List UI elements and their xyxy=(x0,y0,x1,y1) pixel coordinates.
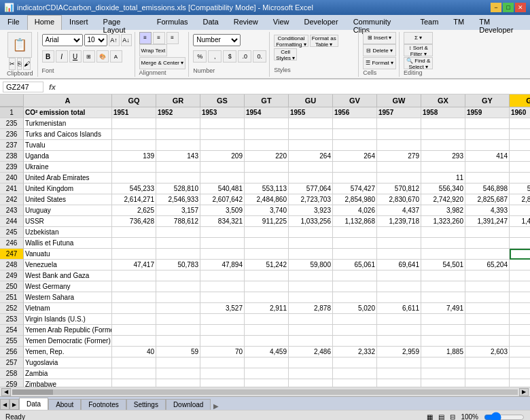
data-cell[interactable]: 1,448,506 xyxy=(510,216,530,227)
data-cell[interactable]: Venezuela xyxy=(24,260,112,270)
data-cell[interactable] xyxy=(421,270,465,281)
data-cell[interactable] xyxy=(333,129,377,140)
tab-review[interactable]: Review xyxy=(226,15,266,30)
col-header-gq[interactable]: GQ xyxy=(112,94,156,107)
data-cell[interactable] xyxy=(465,270,510,281)
data-cell[interactable] xyxy=(333,314,377,325)
data-cell[interactable] xyxy=(377,129,421,140)
tab-insert[interactable]: Insert xyxy=(62,15,96,30)
data-cell[interactable] xyxy=(289,292,333,303)
formula-input[interactable] xyxy=(61,83,527,91)
data-cell[interactable]: 574,427 xyxy=(333,183,377,194)
data-cell[interactable]: 264 xyxy=(333,151,377,162)
data-cell[interactable] xyxy=(245,129,289,140)
data-cell[interactable] xyxy=(510,325,530,336)
data-cell[interactable]: West Bank and Gaza xyxy=(24,270,112,281)
data-cell[interactable] xyxy=(377,270,421,281)
data-cell[interactable] xyxy=(112,281,156,292)
data-cell[interactable] xyxy=(245,379,289,387)
data-cell[interactable]: 3,923 xyxy=(289,205,333,216)
decrease-decimal-button[interactable]: 0. xyxy=(253,50,266,63)
close-button[interactable]: ✕ xyxy=(515,3,526,12)
data-cell[interactable] xyxy=(112,140,156,151)
data-cell[interactable] xyxy=(289,249,333,260)
border-button[interactable]: ⊞ xyxy=(83,50,95,63)
data-cell[interactable]: 2,332 xyxy=(333,347,377,357)
data-cell[interactable] xyxy=(510,227,530,238)
data-cell[interactable]: 2,878 xyxy=(289,303,333,314)
currency-button[interactable]: $ xyxy=(223,50,236,63)
data-cell[interactable]: 736,428 xyxy=(112,216,156,227)
increase-decimal-button[interactable]: .0 xyxy=(238,50,251,63)
data-cell[interactable]: 1,239,718 xyxy=(377,216,421,227)
delete-button[interactable]: ⊟ Delete ▾ xyxy=(363,44,396,56)
data-cell[interactable]: 264 xyxy=(289,151,333,162)
tab-page-layout[interactable]: Page Layout xyxy=(96,15,149,30)
row-number[interactable]: 241 xyxy=(0,183,24,194)
data-cell[interactable] xyxy=(465,357,510,368)
data-cell[interactable]: 3,157 xyxy=(156,205,200,216)
row-number[interactable]: 243 xyxy=(0,205,24,216)
data-cell[interactable] xyxy=(333,227,377,238)
data-cell[interactable] xyxy=(421,118,465,129)
font-size-select[interactable]: 10 xyxy=(84,34,107,46)
data-cell[interactable]: 577,064 xyxy=(289,183,333,194)
data-cell[interactable] xyxy=(245,368,289,379)
data-cell[interactable]: 2,854,980 xyxy=(333,194,377,205)
data-cell[interactable] xyxy=(333,140,377,151)
sheet-tab-footnotes[interactable]: Footnotes xyxy=(81,399,126,410)
data-cell[interactable] xyxy=(200,118,245,129)
col-header-gt[interactable]: GT xyxy=(245,94,289,107)
row-number[interactable]: 238 xyxy=(0,151,24,162)
data-cell[interactable] xyxy=(112,238,156,249)
data-cell[interactable] xyxy=(289,118,333,129)
data-cell[interactable]: Western Sahara xyxy=(24,292,112,303)
col-header-gr[interactable]: GR xyxy=(156,94,200,107)
col-header-gz[interactable]: GZ xyxy=(510,94,530,107)
data-cell[interactable] xyxy=(200,336,245,347)
data-cell[interactable] xyxy=(377,140,421,151)
data-cell[interactable] xyxy=(377,336,421,347)
data-cell[interactable]: 139 xyxy=(112,151,156,162)
data-cell[interactable] xyxy=(333,162,377,173)
data-cell[interactable] xyxy=(245,357,289,368)
data-cell[interactable]: 540,481 xyxy=(200,183,245,194)
data-cell[interactable] xyxy=(465,368,510,379)
data-cell[interactable] xyxy=(200,357,245,368)
data-cell[interactable] xyxy=(200,249,245,260)
data-cell[interactable] xyxy=(333,336,377,347)
sheet-tab-data[interactable]: Data xyxy=(19,398,48,410)
header-cell[interactable]: 1955 xyxy=(289,107,333,118)
cell-reference-input[interactable]: GZ247 xyxy=(3,82,43,92)
data-cell[interactable] xyxy=(112,227,156,238)
data-cell[interactable] xyxy=(333,368,377,379)
data-cell[interactable] xyxy=(200,140,245,151)
data-cell[interactable] xyxy=(289,357,333,368)
data-cell[interactable]: 414 xyxy=(465,151,510,162)
row-number[interactable]: 251 xyxy=(0,292,24,303)
data-cell[interactable]: 220 xyxy=(245,151,289,162)
data-cell[interactable] xyxy=(421,140,465,151)
row-number[interactable]: 257 xyxy=(0,357,24,368)
font-color-button[interactable]: A xyxy=(110,50,122,63)
header-cell[interactable]: 1960 xyxy=(510,107,530,118)
data-cell[interactable] xyxy=(156,249,200,260)
merge-center-button[interactable]: Merge & Center ▾ xyxy=(139,57,186,69)
cell-styles-button[interactable]: CellStyles ▾ xyxy=(274,48,297,60)
data-cell[interactable]: 2,890,433 xyxy=(510,194,530,205)
data-cell[interactable]: 546,898 xyxy=(465,183,510,194)
header-cell[interactable]: 1951 xyxy=(112,107,156,118)
data-cell[interactable]: 545,233 xyxy=(112,183,156,194)
format-painter-button[interactable]: 🖌 xyxy=(23,58,31,70)
data-cell[interactable]: 2,607,642 xyxy=(200,194,245,205)
view-normal-icon[interactable]: ▦ xyxy=(427,413,433,420)
data-cell[interactable] xyxy=(156,325,200,336)
data-cell[interactable]: 70 xyxy=(200,347,245,357)
data-cell[interactable]: 2,911 xyxy=(245,303,289,314)
data-cell[interactable] xyxy=(377,249,421,260)
data-cell[interactable] xyxy=(289,336,333,347)
number-format-select[interactable]: Number xyxy=(193,34,241,46)
data-cell[interactable]: 7,9 xyxy=(510,303,530,314)
data-cell[interactable] xyxy=(245,238,289,249)
row-number[interactable]: 240 xyxy=(0,173,24,183)
